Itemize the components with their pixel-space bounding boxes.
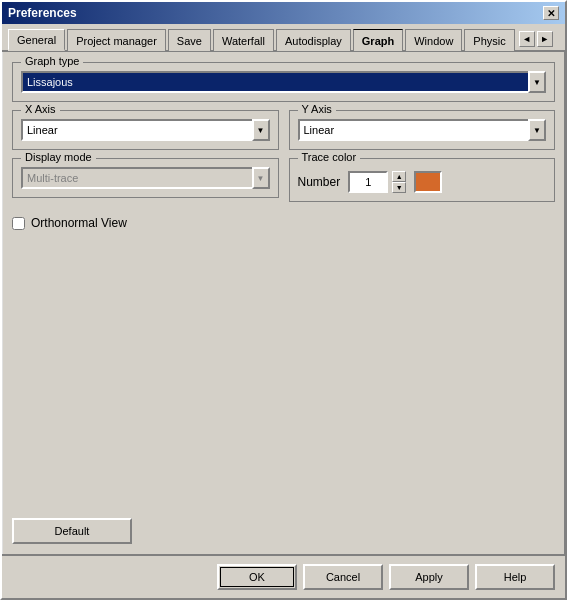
mode-color-row: Display mode Multi-trace ▼ Trace color N…: [12, 158, 555, 202]
tab-physic[interactable]: Physic: [464, 29, 514, 51]
spin-buttons: ▲ ▼: [392, 171, 406, 193]
tab-graph[interactable]: Graph: [353, 29, 403, 51]
bottom-bar: OK Cancel Apply Help: [2, 554, 565, 598]
apply-button[interactable]: Apply: [389, 564, 469, 590]
tab-save[interactable]: Save: [168, 29, 211, 51]
preferences-window: Preferences ✕ General Project manager Sa…: [0, 0, 567, 600]
tab-project-manager[interactable]: Project manager: [67, 29, 166, 51]
tab-window[interactable]: Window: [405, 29, 462, 51]
y-axis-label: Y Axis: [298, 103, 336, 115]
graph-type-label: Graph type: [21, 55, 83, 67]
tab-general[interactable]: General: [8, 29, 65, 51]
tab-prev-button[interactable]: ◄: [519, 31, 535, 47]
number-label: Number: [298, 175, 341, 189]
cancel-button[interactable]: Cancel: [303, 564, 383, 590]
graph-type-select-wrapper: Lissajous ▼: [21, 71, 546, 93]
y-axis-group: Y Axis Linear ▼: [289, 110, 556, 150]
display-mode-col: Display mode Multi-trace ▼: [12, 158, 279, 202]
x-axis-display[interactable]: Linear: [21, 119, 270, 141]
display-mode-label: Display mode: [21, 151, 96, 163]
display-mode-group: Display mode Multi-trace ▼: [12, 158, 279, 198]
x-axis-label: X Axis: [21, 103, 60, 115]
close-button[interactable]: ✕: [543, 6, 559, 20]
y-axis-dropdown-arrow[interactable]: ▼: [528, 119, 546, 141]
default-button[interactable]: Default: [12, 518, 132, 544]
y-axis-col: Y Axis Linear ▼: [289, 110, 556, 150]
spin-up-button[interactable]: ▲: [392, 171, 406, 182]
tab-waterfall[interactable]: Waterfall: [213, 29, 274, 51]
display-mode-display: Multi-trace: [21, 167, 270, 189]
tab-bar: General Project manager Save Waterfall A…: [2, 24, 565, 52]
tab-autodisplay[interactable]: Autodisplay: [276, 29, 351, 51]
trace-color-section: Number ▲ ▼: [298, 171, 547, 193]
title-bar: Preferences ✕: [2, 2, 565, 24]
orthonormal-row: Orthonormal View: [12, 216, 555, 230]
color-swatch[interactable]: [414, 171, 442, 193]
trace-number-input[interactable]: [348, 171, 388, 193]
spin-down-button[interactable]: ▼: [392, 182, 406, 193]
trace-color-label: Trace color: [298, 151, 361, 163]
ok-button[interactable]: OK: [217, 564, 297, 590]
number-input-wrapper: ▲ ▼: [348, 171, 406, 193]
x-axis-group: X Axis Linear ▼: [12, 110, 279, 150]
orthonormal-label: Orthonormal View: [31, 216, 127, 230]
display-mode-select-wrapper: Multi-trace ▼: [21, 167, 270, 189]
y-axis-display[interactable]: Linear: [298, 119, 547, 141]
x-axis-select-wrapper: Linear ▼: [21, 119, 270, 141]
graph-type-display[interactable]: Lissajous: [21, 71, 546, 93]
trace-color-col: Trace color Number ▲ ▼: [289, 158, 556, 202]
x-axis-col: X Axis Linear ▼: [12, 110, 279, 150]
graph-type-dropdown-arrow[interactable]: ▼: [528, 71, 546, 93]
default-button-area: Default: [2, 518, 565, 554]
window-title: Preferences: [8, 6, 77, 20]
x-axis-dropdown-arrow[interactable]: ▼: [252, 119, 270, 141]
help-button[interactable]: Help: [475, 564, 555, 590]
content-area: Graph type Lissajous ▼ X Axis Linear ▼ Y: [2, 52, 565, 518]
display-mode-dropdown-arrow: ▼: [252, 167, 270, 189]
axes-row: X Axis Linear ▼ Y Axis Linear ▼: [12, 110, 555, 150]
tab-next-button[interactable]: ►: [537, 31, 553, 47]
spacer: [12, 238, 555, 508]
y-axis-select-wrapper: Linear ▼: [298, 119, 547, 141]
graph-type-group: Graph type Lissajous ▼: [12, 62, 555, 102]
trace-color-group: Trace color Number ▲ ▼: [289, 158, 556, 202]
orthonormal-checkbox[interactable]: [12, 217, 25, 230]
